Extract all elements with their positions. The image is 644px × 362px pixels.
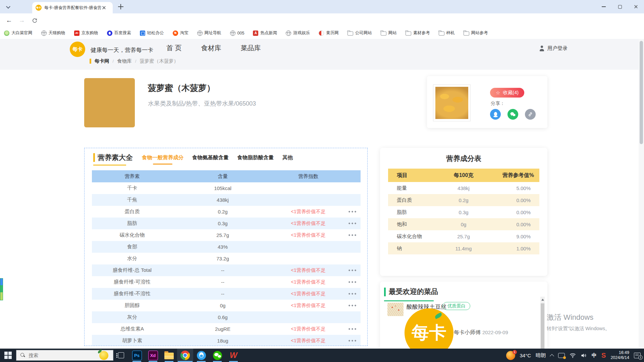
taskbar-app-wechat[interactable] [209,349,225,362]
cabbage-icon [4,31,9,36]
nav-item-0[interactable]: 首 页 [166,44,182,53]
page-scrollbar[interactable] [639,39,644,349]
window-minimize-button[interactable] [596,0,612,13]
bookmark-item[interactable]: 黄历网 [319,30,339,36]
taskbar-app-chrome[interactable] [177,349,193,362]
weather-text[interactable]: 晴朗 [536,352,546,359]
dish-thumbnail[interactable] [387,303,404,316]
bookmark-item[interactable]: 百度搜索 [107,30,131,36]
sogou-icon[interactable]: S [601,352,606,359]
reload-button[interactable] [30,16,39,25]
breadcrumb-crumb[interactable]: 每卡网 [95,58,109,64]
scroll-up-icon[interactable] [541,299,544,301]
new-tab-button[interactable] [118,4,123,9]
bookmark-item[interactable]: 样机 [439,30,455,36]
bookmark-label: 热点新闻 [260,30,277,36]
wifi-icon[interactable] [570,353,576,358]
share-wechat-button[interactable] [507,109,518,120]
window-maximize-button[interactable] [612,0,628,13]
bookmark-item[interactable]: 网站参考 [464,30,488,36]
taskbar-app-file-explorer[interactable] [161,349,177,362]
bookmark-item[interactable]: 网址导航 [197,30,221,36]
more-icon[interactable] [348,305,357,306]
bookmark-item[interactable]: 游戏娱乐 [286,30,310,36]
food-thumbnail-box[interactable] [433,84,471,121]
search-input[interactable] [29,353,86,358]
bookmark-item[interactable]: 005 [230,31,245,36]
nutrient-actions [343,340,361,342]
display-cast-icon[interactable] [558,353,565,358]
scrollbar-thumb[interactable] [541,303,544,349]
more-icon[interactable] [348,211,357,213]
nutrient-tab-2[interactable]: 食物脂肪酸含量 [237,154,274,165]
task-view-icon [118,352,124,358]
more-icon[interactable] [348,234,357,236]
popular-heading: 最受欢迎的菜品 [389,287,438,296]
nutrient-heading: 营养素大全 [98,153,133,162]
weather-temp[interactable]: 34°C [520,353,531,358]
nav-item-2[interactable]: 菜品库 [241,44,261,53]
taskbar-app-qq[interactable] [193,349,209,362]
notification-icon[interactable]: 1 [634,353,641,358]
forward-button[interactable]: → [17,16,26,25]
nutrient-tab-3[interactable]: 其他 [282,154,293,165]
nutrient-tab-0[interactable]: 食物一般营养成分 [142,154,183,165]
bookmark-item[interactable]: 网站 [381,30,397,36]
bookmark-item[interactable]: A热点新闻 [253,30,277,36]
bookmark-item[interactable]: 素材参考 [406,30,430,36]
window-close-button[interactable] [628,0,644,13]
bookmark-label: 素材参考 [413,30,430,36]
nutrient-row: 总维生素A2ugRE<1营养价值不足 [92,323,361,335]
share-link-button[interactable] [525,109,536,120]
taskbar-app-photoshop[interactable]: Ps [129,349,145,362]
more-icon[interactable] [348,281,357,283]
more-icon[interactable] [348,328,357,330]
taskbar-clock[interactable]: 16:49 2024/6/14 [610,350,629,360]
nav-item-1[interactable]: 食材库 [201,44,221,53]
page-scrollbar-thumb[interactable] [640,41,643,144]
more-icon[interactable] [348,269,357,271]
card-scrollbar[interactable] [540,297,545,349]
food-photo[interactable] [84,78,135,127]
more-icon[interactable] [348,223,357,224]
taskbar-app-wps[interactable]: W [225,349,241,362]
site-logo[interactable]: 每卡 [70,42,85,57]
lemon-image[interactable] [99,351,108,360]
breadcrumb-crumb[interactable]: 菠萝蜜（木菠萝） [140,58,178,64]
bookmark-item[interactable]: 天猫购物 [41,30,65,36]
share-qq-button[interactable] [490,109,501,120]
nutrient-tab-1[interactable]: 食物氨基酸含量 [192,154,229,165]
login-button[interactable]: 用户登录 [539,45,568,52]
nutrient-row: 灰分0.6g [92,311,361,323]
browser-tab-active[interactable]: 每卡 每卡-膳食营养配餐软件-膳食营 [32,2,113,13]
task-view-button[interactable] [113,349,129,362]
bookmark-item[interactable]: 公司网站 [347,30,372,36]
more-icon[interactable] [348,293,357,295]
nutrient-index: <1营养价值不足 [273,232,343,238]
more-icon[interactable] [348,340,357,342]
taskbar-app-adobe-xd[interactable]: Xd [145,349,161,362]
ime-indicator[interactable]: 中 [592,352,597,359]
popular-heading-underline [384,300,434,301]
bookmark-item[interactable]: 轻松办公 [140,30,164,36]
bookmark-item[interactable]: 大白菜官网 [4,30,33,36]
fact-nrv: 5.00% [489,185,539,191]
taskbar-search[interactable] [16,350,113,361]
volume-icon[interactable] [581,353,587,358]
fact-per100: 11.4mg [438,246,489,251]
nutrient-row: 胆固醇0g<1营养价值不足 [92,300,361,311]
bookmark-item[interactable]: 淘淘宝 [173,30,189,36]
tray-expand-icon[interactable] [550,354,554,358]
bookmark-item[interactable]: JD京东购物 [74,30,98,36]
fact-nrv: 0.00% [489,209,539,215]
favorite-button[interactable]: 收藏(4) [490,88,524,98]
nutrient-name: 蛋白质 [92,208,172,215]
tab-close-icon[interactable] [102,6,106,10]
nutrient-actions [343,269,361,271]
wechat-icon [509,111,516,118]
weather-icon[interactable]: 1 [506,351,515,360]
tab-search-button[interactable] [3,2,13,12]
back-button[interactable]: ← [5,16,13,25]
start-button[interactable] [0,349,16,362]
breadcrumb-crumb[interactable]: 食物库 [117,58,132,64]
